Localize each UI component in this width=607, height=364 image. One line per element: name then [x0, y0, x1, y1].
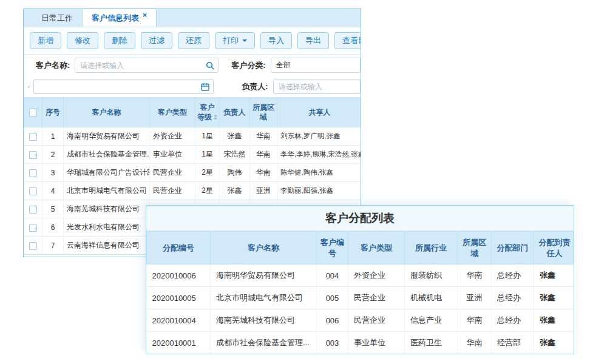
cell-customer-name[interactable]: 北京市明城电气有限公司: [64, 182, 150, 200]
cell-type: 外资企业: [348, 265, 405, 287]
owner-label: 负责人:: [242, 81, 268, 92]
cell-region: 华南: [250, 164, 277, 182]
export-button[interactable]: 导出: [297, 32, 329, 49]
customer-category-select[interactable]: 全部: [271, 58, 361, 73]
search-icon[interactable]: [206, 61, 214, 70]
cell-customer-name[interactable]: 光发水利水电有限公司: [64, 218, 150, 237]
cell-customer-name[interactable]: 云南海祥信息有限公司: [64, 237, 150, 255]
delete-button[interactable]: 删除: [104, 32, 135, 49]
date-range-dash: -: [27, 82, 30, 91]
sort-icon[interactable]: [214, 113, 217, 121]
filter-button[interactable]: 过滤: [141, 32, 172, 49]
cell-alloc-no[interactable]: 2020010001: [147, 332, 211, 354]
cell-customer-name[interactable]: 华瑞城有限公司广告设计部: [64, 164, 150, 182]
cell-customer-name[interactable]: 成都市社会保险基金管理...: [211, 332, 317, 354]
select-all-checkbox[interactable]: [29, 109, 37, 116]
cell-customer-name[interactable]: 海南明华贸易有限公司: [211, 265, 317, 287]
cell-no: 6: [42, 218, 64, 237]
cell-region: 亚洲: [458, 287, 492, 309]
print-button[interactable]: 打印: [215, 32, 255, 49]
date-field: [33, 79, 214, 94]
col-header-no: 序号: [42, 98, 64, 127]
restore-button[interactable]: 还原: [178, 32, 209, 49]
customer-allocation-panel: 客户分配列表 分配编号 客户名称 客户编号 客户类型 所属行业 所属区域 分配部…: [146, 205, 574, 354]
cell-shared: 刘东林,罗广明,张鑫: [277, 127, 362, 146]
owner-input[interactable]: [274, 79, 360, 93]
col-header-name: 客户名称: [211, 232, 317, 265]
tab-daily-work[interactable]: 日常工作: [32, 9, 82, 27]
row-checkbox[interactable]: [29, 169, 37, 177]
customer-name-input[interactable]: [75, 58, 218, 72]
cell-region: 亚洲: [250, 182, 277, 200]
col-header-level[interactable]: 客户等级: [195, 98, 220, 127]
cell-owner[interactable]: 陶伟: [220, 164, 250, 182]
cell-alloc-no[interactable]: 2020010004: [147, 309, 211, 332]
col-header-type: 客户类型: [348, 232, 405, 265]
cell-customer-name[interactable]: 海南明华贸易有限公司: [64, 127, 150, 146]
cell-level: 2星: [195, 182, 220, 200]
row-checkbox[interactable]: [29, 133, 37, 141]
view-log-button[interactable]: 查看日志: [334, 32, 361, 49]
cell-owner[interactable]: 宋浩然: [220, 146, 250, 164]
row-checkbox[interactable]: [29, 151, 37, 159]
row-checkbox[interactable]: [29, 242, 37, 250]
cell-type: 民营企业: [150, 164, 195, 182]
cell-type: 民营企业: [150, 182, 195, 200]
tab-customer-info-list[interactable]: 客户信息列表 ×: [82, 9, 157, 27]
cell-region: 华南: [458, 265, 492, 287]
customer-name-label: 客户名称:: [36, 60, 70, 71]
cell-region: 华南: [458, 332, 492, 354]
cell-owner[interactable]: 张鑫: [220, 182, 250, 200]
cell-assignee[interactable]: 张鑫: [534, 332, 575, 354]
cell-level: 1星: [195, 127, 220, 146]
col-header-assignee: 分配到责任人: [534, 232, 575, 265]
cell-type: 事业单位: [150, 146, 195, 164]
cell-shared: 李勤丽,阳强,张鑫: [277, 182, 362, 200]
row-checkbox[interactable]: [29, 206, 37, 214]
cell-level: 1星: [195, 146, 220, 164]
cell-shared: 李华,李婷,柳琳,宋浩然,张鑫: [277, 146, 362, 164]
cell-dept: 经营部: [492, 332, 534, 354]
cell-industry: 机械机电: [405, 287, 458, 309]
col-header-industry: 所属行业: [405, 232, 458, 265]
cell-assignee[interactable]: 张鑫: [534, 309, 575, 332]
import-button[interactable]: 导入: [260, 32, 292, 49]
cell-type: 民营企业: [348, 287, 405, 309]
cell-type: 事业单位: [348, 332, 405, 354]
close-icon[interactable]: ×: [143, 12, 147, 19]
customer-category-value: 全部: [271, 60, 296, 70]
row-checkbox[interactable]: [29, 224, 37, 232]
filter-area: 客户名称: 客户分类: 全部 -: [24, 55, 361, 98]
table-row: 3 华瑞城有限公司广告设计部 民营企业 2星 陶伟 华南 陈华健,陶伟,张鑫: [24, 164, 362, 182]
header-row: 序号 客户名称 客户类型 客户等级 负责人 所属区域 共享人: [24, 98, 362, 127]
edit-button[interactable]: 修改: [67, 32, 98, 49]
table-row: 2 成都市社会保险基金管理... 事业单位 1星 宋浩然 华南 李华,李婷,柳琳…: [24, 146, 362, 164]
screen: 日常工作 客户信息列表 × 新增 修改 删除 过滤 还原 打印 导入 导出 查看…: [0, 0, 607, 364]
row-checkbox[interactable]: [29, 187, 37, 195]
cell-customer-name[interactable]: 海南芜城科技有限公司: [64, 200, 150, 218]
col-header-alloc-no: 分配编号: [147, 232, 211, 265]
cell-alloc-no[interactable]: 2020010005: [147, 287, 211, 309]
cell-customer-name[interactable]: 成都市社会保险基金管理...: [64, 146, 150, 164]
cell-alloc-no[interactable]: 2020010006: [147, 265, 211, 287]
col-header-level-label: 客户等级: [197, 103, 215, 121]
cell-assignee[interactable]: 张鑫: [534, 287, 575, 309]
add-button[interactable]: 新增: [30, 32, 61, 49]
col-header-region: 所属区域: [250, 98, 277, 127]
cell-industry: 服装纺织: [405, 265, 458, 287]
date-input[interactable]: [34, 79, 213, 93]
col-header-cust-no: 客户编号: [317, 232, 348, 265]
calendar-icon[interactable]: [201, 83, 209, 91]
cell-customer-name[interactable]: 海南芜城科技有限公司: [211, 309, 317, 332]
cell-cust-no: 006: [317, 309, 348, 332]
cell-cust-no: 004: [317, 265, 348, 287]
cell-owner[interactable]: 张鑫: [220, 127, 250, 146]
cell-assignee[interactable]: 张鑫: [534, 265, 575, 287]
print-label: 打印: [223, 35, 239, 46]
allocation-table: 分配编号 客户名称 客户编号 客户类型 所属行业 所属区域 分配部门 分配到责任…: [146, 231, 574, 354]
table-row: 2020010005 北京市明城电气有限公司 005 民营企业 机械机电 亚洲 …: [147, 287, 575, 309]
cell-region: 华南: [458, 309, 492, 332]
cell-no: 5: [42, 200, 64, 218]
tab-bar: 日常工作 客户信息列表 ×: [24, 9, 361, 27]
cell-customer-name[interactable]: 北京市明城电气有限公司: [211, 287, 317, 309]
